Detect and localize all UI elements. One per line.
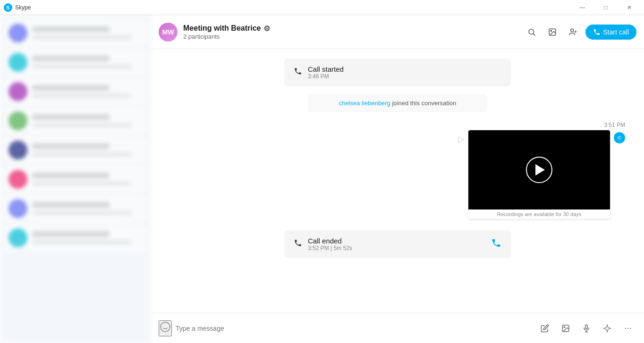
add-participant-button[interactable] xyxy=(565,24,582,41)
avatar xyxy=(8,24,27,42)
svg-point-4 xyxy=(570,29,573,32)
join-notification: chelsea liebenberg joined this conversat… xyxy=(308,94,487,112)
recording-timestamp: 3:51 PM xyxy=(604,122,625,128)
app-body: MW Meeting with Beatrice ⚙ 2 participant… xyxy=(0,15,644,343)
titlebar: S Skype — □ ✕ xyxy=(0,0,644,15)
maximize-button[interactable]: □ xyxy=(595,0,617,15)
emoji-button[interactable] xyxy=(159,320,172,336)
minimize-button[interactable]: — xyxy=(571,0,593,15)
reaction-badge: © xyxy=(614,132,625,143)
svg-point-11 xyxy=(564,326,565,327)
chat-header: MW Meeting with Beatrice ⚙ 2 participant… xyxy=(151,15,644,49)
list-item[interactable] xyxy=(5,137,146,163)
svg-line-1 xyxy=(533,33,535,35)
svg-point-7 xyxy=(161,322,170,332)
gear-icon[interactable]: ⚙ xyxy=(263,24,270,33)
call-ended-time: 3:52 PM | 5m 52s xyxy=(308,245,352,251)
call-back-button[interactable] xyxy=(491,238,501,251)
recording-container: 3:51 PM ▷ Recordings are available for 3… xyxy=(151,122,644,219)
call-ended-card: Call ended 3:52 PM | 5m 52s xyxy=(284,230,511,258)
list-item[interactable] xyxy=(5,166,146,192)
window-controls: — □ ✕ xyxy=(571,0,640,15)
titlebar-left: S Skype xyxy=(4,3,31,12)
joining-user: chelsea liebenberg xyxy=(339,100,390,107)
call-started-card: Call started 3:46 PM xyxy=(284,59,511,86)
avatar: MW xyxy=(159,23,178,42)
list-item[interactable] xyxy=(5,20,146,46)
play-button[interactable] xyxy=(526,157,552,183)
svg-point-3 xyxy=(551,30,551,31)
play-triangle-icon xyxy=(535,164,545,176)
chat-area: MW Meeting with Beatrice ⚙ 2 participant… xyxy=(151,15,644,343)
svg-point-0 xyxy=(529,29,534,34)
input-area xyxy=(151,313,644,343)
recording-row: ▷ Recordings are available for 30 days © xyxy=(458,130,625,219)
call-started-info: Call started 3:46 PM xyxy=(308,65,344,80)
svg-point-15 xyxy=(625,327,626,328)
send-icon: ▷ xyxy=(458,134,465,144)
list-item[interactable] xyxy=(5,108,146,134)
call-ended-title: Call ended xyxy=(308,237,352,245)
image-button[interactable] xyxy=(544,24,561,41)
close-button[interactable]: ✕ xyxy=(619,0,640,15)
start-call-button[interactable]: Start call xyxy=(585,25,636,40)
svg-point-16 xyxy=(627,327,628,328)
svg-rect-12 xyxy=(585,325,588,328)
list-item[interactable] xyxy=(5,225,146,251)
avatar xyxy=(8,53,27,72)
avatar xyxy=(8,111,27,130)
list-item[interactable] xyxy=(5,195,146,222)
call-started-time: 3:46 PM xyxy=(308,73,344,80)
messages-area: Call started 3:46 PM chelsea liebenberg … xyxy=(151,49,644,313)
header-actions: Start call xyxy=(523,24,636,41)
list-item[interactable] xyxy=(5,49,146,75)
avatar xyxy=(8,82,27,101)
more-options-button[interactable] xyxy=(619,320,636,337)
avatar xyxy=(8,141,27,159)
participant-count: 2 participants xyxy=(183,33,517,40)
avatar xyxy=(8,199,27,218)
list-item[interactable] xyxy=(5,78,146,105)
search-button[interactable] xyxy=(523,24,540,41)
skype-logo: S xyxy=(4,3,12,12)
recording-caption: Recordings are available for 30 days xyxy=(468,209,610,219)
chat-header-info: Meeting with Beatrice ⚙ 2 participants xyxy=(183,24,517,40)
avatar xyxy=(8,170,27,189)
sidebar xyxy=(0,15,151,343)
avatar xyxy=(8,228,27,247)
join-suffix: joined this conversation xyxy=(392,100,456,107)
mic-button[interactable] xyxy=(578,320,595,337)
sparkle-button[interactable] xyxy=(599,320,616,337)
phone-ended-icon xyxy=(294,239,302,250)
call-started-title: Call started xyxy=(308,65,344,73)
skype-logo-letter: S xyxy=(6,5,9,10)
message-input[interactable] xyxy=(176,325,533,332)
page-title: Meeting with Beatrice ⚙ xyxy=(183,24,517,33)
edit-button[interactable] xyxy=(536,320,553,337)
recording-video[interactable] xyxy=(468,130,610,209)
phone-icon xyxy=(294,67,302,78)
attach-image-button[interactable] xyxy=(557,320,574,337)
app-title: Skype xyxy=(15,4,31,11)
call-ended-info: Call ended 3:52 PM | 5m 52s xyxy=(308,237,352,251)
svg-point-17 xyxy=(630,327,631,328)
recording-card: Recordings are available for 30 days xyxy=(468,130,610,219)
